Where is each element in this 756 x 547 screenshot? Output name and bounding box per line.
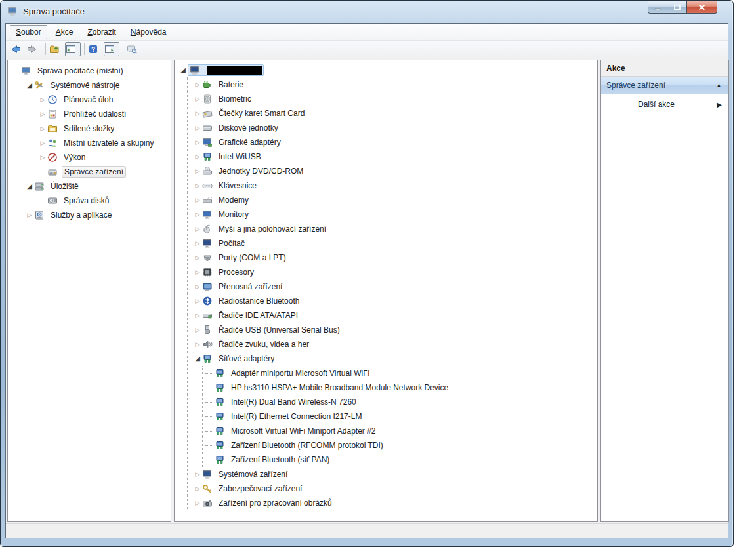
menu-napoveda[interactable]: Nápověda [125,25,173,39]
maximize-button[interactable] [667,1,687,14]
expander-collapsed-icon[interactable]: ▷ [193,150,202,164]
device-category-row[interactable]: ▷Klávesnice [188,178,597,193]
expander-collapsed-icon[interactable]: ▷ [38,107,47,121]
device-category-row[interactable]: ▷Intel WiUSB [188,150,597,164]
device-row[interactable]: HP hs3110 HSPA+ Mobile Broadband Module … [203,380,597,395]
redacted-computer-name [207,66,262,75]
toolbar-button-console-tree-icon[interactable] [65,42,81,56]
expander-collapsed-icon[interactable]: ▷ [193,251,202,265]
expander-expanded-icon[interactable]: ◢ [25,78,34,92]
device-category-row[interactable]: ▷Myši a jiná polohovací zařízení [188,222,597,236]
device-category-row[interactable]: ▷Biometric [188,92,597,106]
expander-collapsed-icon[interactable]: ▷ [193,135,202,150]
expander-collapsed-icon[interactable]: ▷ [193,481,202,496]
device-row[interactable]: Zařízení Bluetooth (RFCOMM protokol TDI) [203,438,597,453]
expander-expanded-icon[interactable]: ◢ [25,179,34,193]
expander-collapsed-icon[interactable]: ▷ [193,279,202,294]
usb-icon [202,325,213,335]
sidebar-tree-item[interactable]: ▷Prohlížeč událostí [8,107,171,121]
expander-collapsed-icon[interactable]: ▷ [38,92,47,107]
toolbar-button-up-folder-icon[interactable] [49,42,64,56]
sidebar-tree-item[interactable]: ▷Výkon [8,150,171,165]
device-category-row[interactable]: ▷Grafické adaptéry [188,135,597,150]
device-category-row[interactable]: ▷Radiostanice Bluetooth [188,294,597,308]
clock-icon [47,94,58,105]
tree-connector [205,460,213,460]
expander-collapsed-icon[interactable]: ▷ [193,193,202,207]
device-category-row[interactable]: ▷Řadiče IDE ATA/ATAPI [188,308,597,323]
device-row[interactable]: Zařízení Bluetooth (síť PAN) [203,453,597,467]
sidebar-tree-item[interactable]: Správa disků [8,193,171,208]
device-category-row[interactable]: ▷Řadiče USB (Universal Serial Bus) [188,323,597,337]
shared-folder-icon [47,123,58,134]
expander-collapsed-icon[interactable]: ▷ [25,208,34,222]
expander-collapsed-icon[interactable]: ▷ [193,178,202,193]
expander-collapsed-icon[interactable]: ▷ [193,496,202,510]
device-category-row[interactable]: ◢Síťové adaptéry [188,352,597,366]
device-category-row[interactable]: ▷Přenosná zařízení [188,279,597,294]
device-category-row[interactable]: ▷Zabezpečovací zařízení [188,481,597,496]
expander-expanded-icon[interactable]: ◢ [193,352,202,366]
device-category-row[interactable]: ▷Baterie [188,77,597,92]
toolbar-button-properties-icon[interactable] [126,42,142,56]
expander-collapsed-icon[interactable]: ▷ [38,136,47,150]
expander-collapsed-icon[interactable]: ▷ [193,77,202,92]
device-category-row[interactable]: ▷Porty (COM a LPT) [188,251,597,265]
expander-collapsed-icon[interactable]: ▷ [193,467,202,481]
expander-collapsed-icon[interactable]: ▷ [193,121,202,135]
expander-collapsed-icon[interactable]: ▷ [193,265,202,279]
device-category-row[interactable]: ▷Diskové jednotky [188,121,597,135]
expander-collapsed-icon[interactable]: ▷ [193,92,202,106]
toolbar-button-forward-icon[interactable] [26,42,42,56]
expander-collapsed-icon[interactable]: ▷ [193,308,202,323]
sidebar-tree-item[interactable]: Správa počítače (místní) [8,64,171,78]
device-category-row[interactable]: ▷Systémová zařízení [188,467,597,481]
device-tree-root[interactable]: ◢ [178,63,597,77]
expander-collapsed-icon[interactable]: ▷ [193,323,202,337]
toolbar-button-action-pane-icon[interactable] [104,42,119,56]
device-row[interactable]: Microsoft Virtual WiFi Miniport Adapter … [203,424,597,438]
sidebar-tree-item[interactable]: ▷Sdílené složky [8,121,171,136]
device-row[interactable]: Adaptér miniportu Microsoft Virtual WiFi [203,366,597,380]
menu-zobrazit[interactable]: Zobrazit [81,25,121,39]
expander-collapsed-icon[interactable]: ▷ [193,222,202,236]
close-button[interactable] [687,1,717,14]
minimize-button[interactable] [648,1,667,14]
device-category-label: Počítač [217,238,247,249]
device-category-row[interactable]: ▷Počítač [188,236,597,251]
menu-akce[interactable]: Akce [50,25,79,39]
chevron-up-icon[interactable]: ▲ [716,82,722,89]
device-category-row[interactable]: ▷Zařízení pro zpracování obrázků [188,496,597,510]
expander-collapsed-icon[interactable]: ▷ [193,236,202,251]
actions-section-header[interactable]: Správce zařízení ▲ [601,77,728,94]
expander-collapsed-icon[interactable]: ▷ [193,337,202,352]
sidebar-tree-item[interactable]: ◢Úložiště [8,179,171,193]
toolbar-button-help-icon[interactable]: ? [87,42,103,56]
toolbar-button-back-icon[interactable] [10,42,26,56]
sidebar-tree-item[interactable]: ▷Plánovač úloh [8,92,171,107]
device-category-row[interactable]: ▷Monitory [188,207,597,222]
expander-collapsed-icon[interactable]: ▷ [38,150,47,165]
network-adapter-icon [215,411,225,422]
expander-collapsed-icon[interactable]: ▷ [193,106,202,121]
sidebar-tree-item[interactable]: ▷Služby a aplikace [8,208,171,222]
sidebar-tree-item[interactable]: ◢Systémové nástroje [8,78,171,92]
device-category-row[interactable]: ▷Čtečky karet Smart Card [188,106,597,121]
menu-soubor[interactable]: Soubor [10,25,47,39]
expander-collapsed-icon[interactable]: ▷ [193,207,202,222]
expander-collapsed-icon[interactable]: ▷ [193,164,202,178]
expander-expanded-icon[interactable]: ◢ [178,63,188,77]
actions-item-dalsi-akce[interactable]: Další akce ▶ [601,94,728,114]
device-category-row[interactable]: ▷Jednotky DVD/CD-ROM [188,164,597,178]
device-category-row[interactable]: ▷Modemy [188,193,597,207]
expander-collapsed-icon[interactable]: ▷ [38,121,47,136]
expander-collapsed-icon[interactable]: ▷ [193,294,202,308]
sidebar-tree-item[interactable]: ▷Místní uživatelé a skupiny [8,136,171,150]
sidebar-tree-item[interactable]: Správce zařízení [8,165,171,179]
device-category-row[interactable]: ▷Řadiče zvuku, videa a her [188,337,597,352]
device-row[interactable]: Intel(R) Dual Band Wireless-N 7260 [203,395,597,409]
device-category-row[interactable]: ▷Procesory [188,265,597,279]
titlebar[interactable]: Správa počítače [1,1,733,23]
device-row[interactable]: Intel(R) Ethernet Connection I217-LM [203,409,597,424]
maximize-icon [673,3,681,11]
